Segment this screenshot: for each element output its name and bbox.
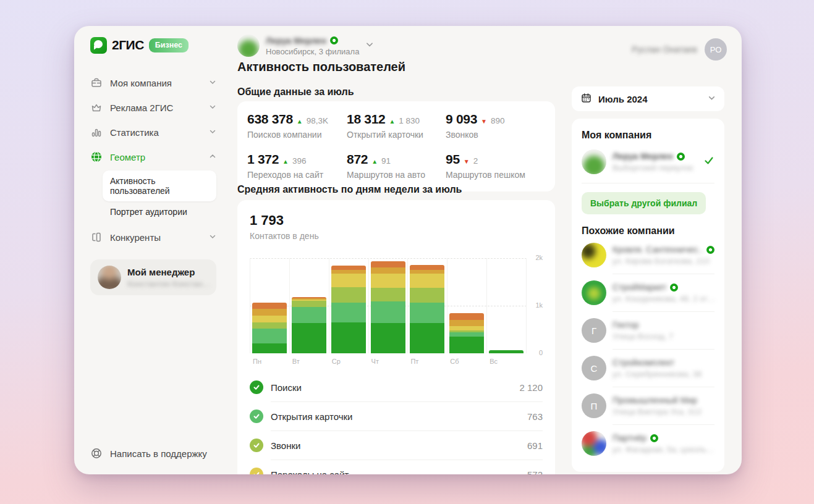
chevron-down-icon bbox=[209, 127, 216, 138]
chart-card: 1 793 Контактов в день ПнВтСрЧтПтСбВс 2k… bbox=[237, 200, 555, 474]
similar-company-name-blurred: Партнёр bbox=[613, 433, 647, 443]
main-content: Леруа Мерлен Новосибирск, 3 филиала Акти… bbox=[237, 26, 555, 474]
lifebuoy-icon bbox=[90, 447, 103, 460]
bar-segment bbox=[489, 350, 524, 353]
bar-column-Вс: Вс bbox=[486, 258, 527, 353]
y-axis-tick: 2k bbox=[535, 254, 543, 261]
bar-segment bbox=[449, 332, 484, 337]
support-label: Написать в поддержку bbox=[110, 448, 207, 459]
bar-segment bbox=[371, 323, 405, 353]
bar-column-Пн: Пн bbox=[250, 258, 289, 353]
bar-segment bbox=[252, 322, 287, 328]
logo[interactable]: 2ГИС Бизнес bbox=[90, 36, 216, 54]
stat-card-opens: 18 312▲1 830 Открытий карточки bbox=[347, 112, 446, 140]
bar-segment bbox=[252, 309, 287, 316]
stat-value: 872 bbox=[347, 152, 368, 167]
stacked-bar bbox=[489, 350, 524, 353]
legend-row-site-clicks[interactable]: Переходы на сайт 572 bbox=[250, 460, 543, 474]
x-axis-label: Чт bbox=[371, 358, 379, 365]
similar-company-name-blurred: Стройкомплект bbox=[613, 358, 674, 368]
check-circle-icon bbox=[250, 410, 263, 423]
sidebar-item-geometr[interactable]: Геометр bbox=[90, 145, 216, 169]
company-name-blurred: Леруа Мерлен bbox=[613, 151, 673, 161]
company-selector[interactable]: Леруа Мерлен Новосибирск, 3 филиала bbox=[237, 35, 374, 57]
submenu-item-audience-portrait[interactable]: Портрет аудитории bbox=[103, 201, 216, 222]
stacked-bar bbox=[292, 297, 326, 353]
similar-company-row[interactable]: СтройМаркет ул. Кошурникова, 48, 2 эт… bbox=[582, 274, 714, 311]
bar-segment bbox=[292, 323, 326, 353]
stacked-bar bbox=[252, 303, 287, 353]
bar-segment bbox=[449, 320, 484, 326]
my-company-row[interactable]: Леруа Мерлен Выборгский переулок bbox=[582, 149, 714, 183]
legend-value: 2 120 bbox=[519, 382, 543, 393]
month-selector[interactable]: Июль 2024 bbox=[572, 86, 724, 111]
change-branch-button[interactable]: Выбрать другой филиал bbox=[582, 192, 706, 214]
legend-row-calls[interactable]: Звонки 691 bbox=[250, 431, 543, 460]
similar-companies-heading: Похожие компании bbox=[582, 225, 714, 237]
bar-segment bbox=[252, 316, 287, 322]
y-axis-tick: 1k bbox=[535, 301, 543, 309]
globe-icon bbox=[90, 151, 103, 163]
stat-car-routes: 872▲91 Маршрутов на авто bbox=[347, 152, 446, 180]
sidebar-item-ads[interactable]: Реклама 2ГИС bbox=[90, 95, 216, 120]
trend-up-icon: ▲ bbox=[297, 118, 303, 125]
similar-company-row[interactable]: Г Гектор Улица Восход, 7 bbox=[582, 312, 714, 349]
similar-company-row[interactable]: Партнёр ул. Фасадная, 5а, цоколь… bbox=[582, 425, 714, 462]
crown-icon bbox=[90, 101, 103, 114]
contacts-per-day-label: Контактов в день bbox=[250, 231, 543, 241]
bar-segment bbox=[371, 301, 405, 323]
x-axis-label: Пн bbox=[253, 358, 261, 365]
manager-avatar bbox=[98, 266, 121, 289]
submenu-item-user-activity[interactable]: Активность пользователей bbox=[103, 170, 216, 201]
chart-heading: Средняя активность по дням недели за июл… bbox=[237, 184, 462, 195]
stat-value: 18 312 bbox=[347, 112, 385, 127]
chevron-down-icon bbox=[209, 232, 216, 243]
check-circle-icon bbox=[250, 439, 263, 452]
stat-delta: 91 bbox=[381, 156, 391, 166]
manager-name-blurred: Константин Констан… bbox=[127, 279, 210, 288]
bar-segment bbox=[371, 261, 405, 268]
bar-segment bbox=[410, 265, 444, 270]
sidebar-item-statistics[interactable]: Статистика bbox=[90, 120, 216, 145]
bar-plot: ПнВтСрЧтПтСбВс bbox=[250, 258, 527, 353]
bar-segment bbox=[292, 301, 326, 307]
check-circle-icon bbox=[250, 468, 263, 474]
sidebar-item-competitors[interactable]: Конкуренты bbox=[90, 225, 216, 250]
similar-company-avatar bbox=[582, 243, 606, 267]
user-menu[interactable]: Руслан Онатаев РО bbox=[632, 38, 727, 61]
verified-badge-icon bbox=[670, 284, 678, 292]
bar-chart-icon bbox=[90, 126, 103, 138]
app-window: 2ГИС Бизнес Моя компания Реклама 2ГИС bbox=[74, 26, 742, 474]
business-badge: Бизнес bbox=[149, 38, 189, 52]
similar-company-name-blurred: Гектор bbox=[613, 320, 639, 330]
similar-company-row[interactable]: Кровля. Сантехничес… ул. Кирова Богатков… bbox=[582, 237, 714, 274]
legend-value: 763 bbox=[527, 411, 543, 422]
similar-company-address-blurred: Улица Восход, 7 bbox=[613, 332, 714, 341]
bar-column-Вт: Вт bbox=[289, 258, 329, 353]
legend-row-searches[interactable]: Поиски 2 120 bbox=[250, 373, 543, 401]
bar-segment bbox=[410, 288, 444, 303]
similar-company-avatar: П bbox=[582, 393, 606, 418]
bar-segment bbox=[252, 343, 287, 353]
bar-segment bbox=[371, 274, 405, 288]
stacked-bar bbox=[449, 313, 484, 353]
my-manager-card[interactable]: Мой менеджер Константин Констан… bbox=[90, 259, 216, 295]
similar-company-name-blurred: Промышленный Мир bbox=[613, 395, 697, 405]
similar-company-address-blurred: ул. Кошурникова, 48, 2 эт… bbox=[613, 294, 714, 303]
similar-company-avatar: Г bbox=[582, 318, 606, 343]
bar-column-Чт: Чт bbox=[368, 258, 408, 353]
similar-company-row[interactable]: С Стройкомплект ул. Серебренникова, 38 bbox=[582, 350, 714, 387]
check-circle-icon bbox=[250, 380, 263, 394]
sidebar-item-label: Реклама 2ГИС bbox=[110, 103, 201, 113]
similar-company-name-blurred: Кровля. Сантехничес… bbox=[613, 245, 703, 254]
similar-company-row[interactable]: П Промышленный Мир Улица Виктора Уса, 31… bbox=[582, 387, 714, 424]
support-link[interactable]: Написать в поддержку bbox=[90, 447, 207, 460]
sidebar-item-my-company[interactable]: Моя компания bbox=[90, 70, 216, 95]
bar-column-Ср: Ср bbox=[329, 258, 368, 353]
stacked-bar bbox=[371, 261, 405, 353]
trend-down-icon: ▼ bbox=[464, 158, 470, 165]
legend-row-card-opens[interactable]: Открытия карточки 763 bbox=[250, 402, 543, 430]
stat-delta: 890 bbox=[491, 116, 505, 125]
legend-label: Поиски bbox=[271, 382, 512, 393]
page-title: Активность пользователей bbox=[237, 60, 405, 74]
